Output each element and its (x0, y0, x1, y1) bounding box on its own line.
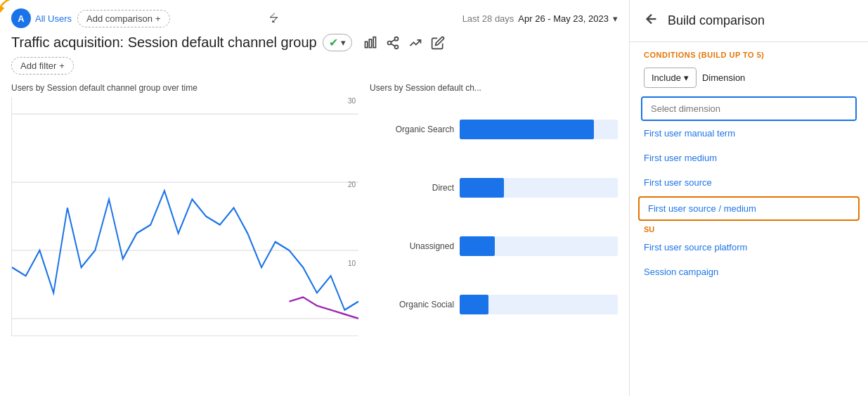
svg-rect-1 (365, 41, 367, 47)
list-item-source-platform[interactable]: First user source platform (630, 235, 868, 260)
line-chart-container: Users by Session default channel group o… (11, 83, 358, 336)
pencil-icon-button[interactable] (431, 36, 445, 50)
panel-header: Build comparison (630, 0, 868, 42)
list-item-source[interactable]: First user source (630, 170, 868, 195)
list-item-source-medium[interactable]: First user source / medium (638, 196, 860, 221)
last-days-label: Last 28 days (462, 13, 514, 24)
title-badge[interactable]: ✔ ▾ (323, 34, 352, 51)
bar-label-organic-social: Organic Social (370, 300, 454, 309)
date-dropdown-icon[interactable]: ▾ (613, 13, 618, 24)
bar-chart-container: Users by Session default ch... Organic S… (370, 83, 618, 336)
dropdown-list: First user manual term First user medium… (630, 121, 868, 284)
bar-track-organic-social (460, 295, 618, 314)
cursor-icon: ⭍ (268, 11, 280, 26)
svg-rect-3 (373, 37, 375, 47)
y-label-20: 20 (348, 181, 356, 189)
orange-arrow-icon (0, 0, 17, 21)
bar-chart-title: Users by Session default ch... (370, 83, 618, 93)
back-button[interactable] (644, 11, 659, 30)
bar-rows: Organic Search Direct Unassigned (370, 97, 618, 336)
list-item-medium[interactable]: First user medium (630, 146, 868, 170)
line-chart-area: 30 20 10 (11, 97, 358, 336)
share-icon-button[interactable] (386, 36, 400, 50)
add-comparison-button[interactable]: Add comparison + (77, 10, 170, 27)
page-title-text: Traffic acquisition: Session default cha… (11, 34, 317, 51)
bar-fill-organic-social (460, 295, 488, 314)
list-item-session-campaign[interactable]: Session campaign (630, 260, 868, 284)
trend-icon-button[interactable] (408, 36, 422, 50)
add-filter-label: Add filter (20, 60, 56, 71)
sub-section-label: SU (630, 222, 868, 235)
check-circle-icon: ✔ (329, 36, 338, 49)
charts-row: Users by Session default channel group o… (11, 83, 618, 336)
bar-label-unassigned: Unassigned (370, 241, 454, 251)
y-label-10: 10 (348, 260, 356, 267)
table-row: Organic Social (370, 295, 618, 314)
table-row: Organic Search (370, 120, 618, 139)
y-label-30: 30 (348, 97, 356, 105)
search-input[interactable] (642, 98, 855, 120)
panel-title: Build comparison (668, 13, 765, 28)
svg-point-4 (394, 37, 398, 40)
bar-track-organic-search (460, 120, 618, 139)
add-filter-plus-icon: + (59, 60, 65, 71)
svg-point-6 (394, 45, 398, 49)
arrow-container: A All Users Add comparison + (11, 8, 170, 28)
bar-fill-direct (460, 178, 504, 198)
title-action-icons (363, 36, 445, 50)
svg-point-5 (387, 41, 391, 44)
all-users-label: All Users (35, 13, 72, 24)
user-chip: A All Users (11, 8, 72, 28)
date-range: Last 28 days Apr 26 - May 23, 2023 ▾ (462, 13, 618, 24)
list-item-manual-term[interactable]: First user manual term (630, 121, 868, 146)
badge-dropdown-icon: ▾ (341, 37, 346, 48)
bar-chart-icon-button[interactable] (363, 36, 377, 50)
dimension-label: Dimension (702, 72, 745, 83)
left-panel: A All Users Add comparison + ⭍ Last 28 d… (0, 0, 629, 396)
conditions-label: CONDITIONS (BUILD UP TO 5) (630, 42, 868, 65)
filter-row: Include ▾ Dimension (630, 65, 868, 96)
line-chart-title: Users by Session default channel group o… (11, 83, 358, 93)
search-box[interactable] (641, 96, 857, 121)
add-filter-button[interactable]: Add filter + (11, 57, 74, 75)
svg-line-7 (391, 44, 395, 46)
table-row: Unassigned (370, 236, 618, 256)
bar-fill-organic-search (460, 120, 594, 139)
top-bar: A All Users Add comparison + ⭍ Last 28 d… (11, 8, 618, 28)
include-button[interactable]: Include ▾ (644, 68, 697, 88)
line-chart-svg (12, 97, 358, 336)
bar-label-organic-search: Organic Search (370, 124, 454, 134)
bar-track-direct (460, 178, 618, 198)
table-row: Direct (370, 178, 618, 198)
include-label: Include (652, 72, 681, 83)
bar-track-unassigned (460, 236, 618, 256)
include-dropdown-icon: ▾ (684, 72, 689, 83)
bar-label-direct: Direct (370, 183, 454, 193)
svg-line-8 (391, 39, 395, 41)
bar-fill-unassigned (460, 236, 494, 256)
right-panel: Build comparison CONDITIONS (BUILD UP TO… (629, 0, 868, 396)
svg-rect-2 (369, 39, 371, 48)
date-text: Apr 26 - May 23, 2023 (518, 13, 609, 24)
page-title: Traffic acquisition: Session default cha… (11, 34, 618, 51)
title-icon-group: ✔ ▾ (323, 34, 352, 51)
